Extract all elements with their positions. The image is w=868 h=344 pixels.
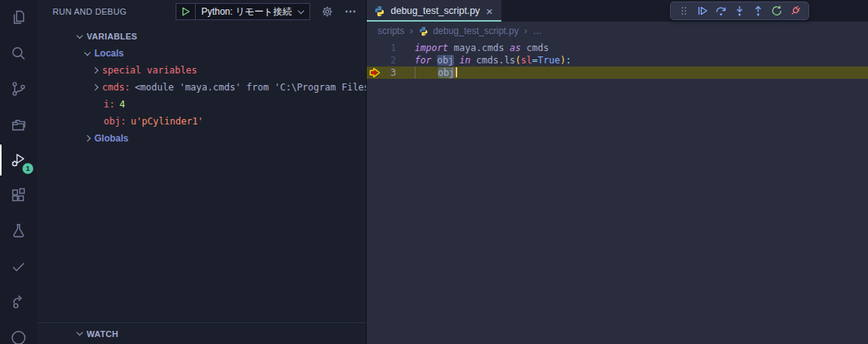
search-icon[interactable] — [0, 36, 37, 71]
variable-row[interactable]: special variables — [37, 62, 366, 79]
variable-row[interactable]: Locals — [37, 45, 366, 62]
code-token: obj — [438, 67, 455, 78]
code-area[interactable]: 1import maya.cmds as cmds2for obj in cmd… — [367, 42, 868, 79]
breadcrumb-separator: › — [524, 26, 527, 36]
start-debug-icon[interactable] — [176, 4, 196, 19]
variable-value: u'pCylinder1' — [131, 116, 203, 127]
code-token: = — [532, 55, 538, 66]
step-over-button[interactable] — [712, 2, 730, 19]
gripper-icon[interactable] — [675, 2, 693, 19]
code-token — [454, 55, 460, 66]
watch-section-header[interactable]: WATCH — [37, 322, 366, 344]
scope-label: Locals — [94, 48, 124, 59]
chevron-right-icon[interactable] — [84, 135, 91, 141]
breadcrumb: scripts›debug_test_script.py›… — [367, 22, 868, 40]
source-control-icon[interactable] — [0, 71, 37, 107]
variables-section-label: VARIABLES — [87, 32, 137, 41]
share-icon[interactable] — [0, 284, 37, 320]
code-line[interactable]: 2for obj in cmds.ls(sl=True): — [367, 54, 868, 66]
code-token: True — [538, 55, 560, 66]
chevron-down-icon[interactable] — [77, 32, 83, 38]
step-out-button[interactable] — [749, 2, 767, 19]
variable-value: <module 'maya.cmds' from 'C:\Program Fil… — [135, 82, 366, 93]
editor-group: debug_test_script.py × — [367, 0, 868, 344]
code-token: as — [510, 43, 521, 53]
step-into-button[interactable] — [730, 2, 749, 19]
line-number: 3 — [384, 66, 396, 79]
continue-button[interactable] — [693, 2, 712, 19]
chevron-down-icon[interactable] — [77, 329, 83, 335]
variable-value: 4 — [119, 99, 125, 110]
dropdown-chevron-icon — [298, 7, 304, 13]
files-icon[interactable] — [0, 0, 37, 36]
chevron-right-icon[interactable] — [92, 67, 98, 73]
variable-name: obj: — [104, 116, 126, 127]
restart-button[interactable] — [767, 2, 786, 19]
breadcrumb-item[interactable]: scripts — [378, 26, 405, 36]
code-token: import — [415, 43, 448, 53]
scope-label: Globals — [94, 133, 128, 144]
variable-row[interactable]: i:4 — [37, 96, 366, 113]
breadcrumb-separator: › — [410, 26, 413, 36]
code-text: for obj in cmds.ls(sl=True): — [396, 54, 571, 66]
check-icon[interactable] — [0, 249, 37, 284]
watch-section-inner[interactable]: WATCH — [37, 323, 118, 344]
line-number: 1 — [384, 42, 396, 54]
tab-debug-test-script[interactable]: debug_test_script.py × — [367, 0, 501, 22]
variable-row[interactable]: Globals — [37, 130, 366, 147]
python-icon — [374, 5, 385, 17]
variables-tree: Localsspecial variablescmds:<module 'may… — [37, 45, 366, 147]
run-and-debug-icon[interactable]: 1 — [0, 142, 37, 178]
line-number: 2 — [384, 54, 396, 66]
code-token: cmds — [521, 43, 548, 53]
chevron-down-icon[interactable] — [84, 49, 91, 55]
code-token: obj — [437, 55, 454, 66]
code-line[interactable]: 3 obj — [367, 66, 868, 79]
debug-config-picker[interactable]: Python: リモート接続 — [176, 3, 310, 20]
code-line[interactable]: 1import maya.cmds as cmds — [367, 42, 868, 54]
variable-name: i: — [104, 99, 114, 110]
debug-badge: 1 — [22, 163, 33, 174]
python-icon — [419, 26, 429, 36]
code-token: for — [415, 55, 432, 66]
tab-label: debug_test_script.py — [391, 5, 480, 16]
breadcrumb-item[interactable]: debug_test_script.py — [433, 26, 519, 36]
code-text: import maya.cmds as cmds — [396, 42, 548, 54]
variable-row[interactable]: cmds:<module 'maya.cmds' from 'C:\Progra… — [37, 79, 366, 96]
code-token — [432, 55, 437, 66]
gear-icon[interactable] — [321, 5, 333, 18]
code-token: : — [566, 55, 571, 66]
text-cursor — [456, 67, 457, 77]
more-actions-icon[interactable] — [344, 5, 357, 18]
chevron-right-icon[interactable] — [92, 84, 98, 90]
breadcrumb-item[interactable]: … — [532, 26, 542, 36]
code-token: in — [460, 55, 470, 66]
vscode-window: 1 RUN AND DEBUG Python: リモート接続 — [0, 0, 868, 344]
code-token: maya.cmds — [448, 43, 509, 53]
variable-name: special variables — [102, 65, 197, 76]
disconnect-button[interactable] — [786, 2, 805, 19]
close-icon[interactable]: × — [484, 5, 494, 17]
sidebar-title: RUN AND DEBUG — [53, 7, 127, 16]
code-token: cmds.ls — [470, 55, 515, 66]
extensions-icon[interactable] — [0, 178, 37, 213]
sidebar-header: RUN AND DEBUG Python: リモート接続 — [37, 0, 366, 23]
debug-config-value: Python: リモート接続 — [196, 5, 297, 19]
variable-name: cmds: — [102, 82, 130, 93]
variables-section-header[interactable]: VARIABLES — [37, 28, 366, 45]
activity-bar: 1 — [0, 0, 37, 344]
account-icon[interactable] — [0, 320, 37, 344]
code-text: obj — [396, 66, 457, 79]
variable-row[interactable]: obj:u'pCylinder1' — [37, 113, 366, 130]
run-and-debug-sidebar: RUN AND DEBUG Python: リモート接続 VARIABLES L… — [37, 0, 367, 344]
code-token — [415, 67, 438, 78]
test-beaker-icon[interactable] — [0, 213, 37, 249]
code-token: sl — [521, 55, 531, 66]
breakpoint-current-line-icon[interactable] — [367, 66, 384, 79]
folders-icon[interactable] — [0, 107, 37, 142]
debug-toolbar — [670, 2, 809, 20]
watch-section-label: WATCH — [87, 329, 118, 339]
